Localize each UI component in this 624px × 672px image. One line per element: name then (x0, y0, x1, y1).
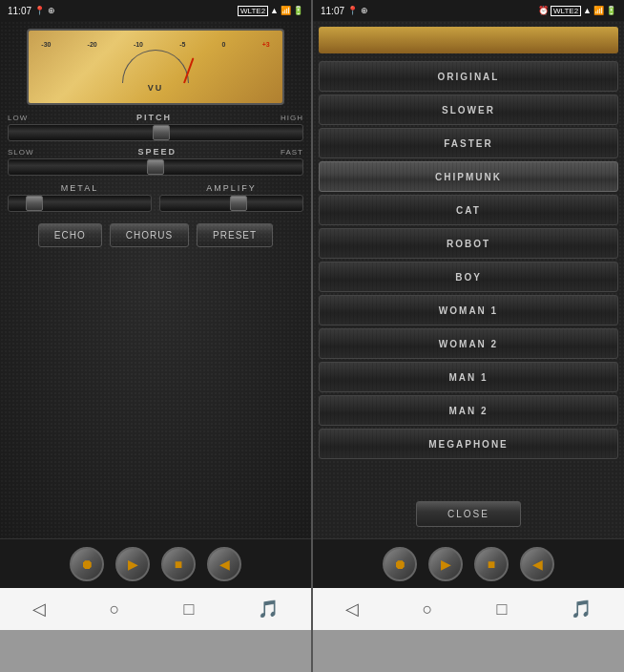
preset-item-robot[interactable]: ROBOT (319, 228, 618, 259)
carrier-icon-right: WLTE2 (551, 6, 581, 16)
speed-slider-row: SLOW SPEED FAST (8, 147, 303, 176)
close-button[interactable]: CLOSE (416, 501, 521, 527)
metal-slider-thumb[interactable] (26, 196, 43, 211)
wifi-icon: 📶 (281, 6, 291, 15)
metal-slider-item: METAL (8, 183, 152, 212)
vu-scale-0: 0 (222, 41, 226, 48)
status-bar-left: 11:07 📍 ⊕ WLTE2 ▲ 📶 🔋 (0, 0, 311, 21)
time-right: 11:07 (321, 6, 344, 16)
stop-button[interactable]: ■ (161, 547, 196, 581)
pitch-slider-track[interactable] (8, 124, 303, 141)
instagram-icon: ⊕ (48, 6, 55, 15)
menu-nav-left[interactable]: 🎵 (258, 598, 279, 620)
preset-item-label: MEGAPHONE (428, 439, 509, 450)
preset-item-megaphone[interactable]: MEGAPHONE (319, 429, 618, 459)
vu-scale-10: -10 (134, 41, 143, 48)
speed-fast-label: FAST (281, 148, 303, 157)
back-nav-right[interactable]: ◁ (345, 598, 359, 620)
record-button[interactable]: ⏺ (70, 547, 104, 581)
pitch-slider-row: LOW PITCH HIGH (8, 113, 303, 141)
preset-item-man-2[interactable]: MAN 2 (319, 395, 618, 426)
metal-label: METAL (8, 183, 152, 193)
preset-item-man-1[interactable]: MAN 1 (319, 362, 618, 392)
nav-bar-left: ◁ ○ □ 🎵 (0, 588, 311, 630)
preset-item-label: MAN 1 (448, 372, 488, 383)
close-button-row: CLOSE (319, 495, 618, 533)
preset-item-faster[interactable]: FASTER (319, 128, 618, 158)
left-phone: 11:07 📍 ⊕ WLTE2 ▲ 📶 🔋 -30 -20 -10 (0, 0, 311, 630)
vu-meter: -30 -20 -10 -5 0 +3 VU (27, 29, 284, 105)
menu-nav-right[interactable]: 🎵 (571, 598, 592, 620)
signal-icon-right: ▲ (583, 6, 592, 15)
back-nav-left[interactable]: ◁ (32, 598, 46, 620)
pitch-low-label: LOW (8, 114, 28, 122)
preset-item-label: CHIPMUNK (435, 172, 502, 182)
pitch-high-label: HIGH (281, 114, 303, 122)
echo-button[interactable]: ECHO (38, 223, 102, 247)
wifi-icon-right: 📶 (593, 6, 604, 15)
preset-item-label: ORIGINAL (438, 72, 500, 82)
preset-item-label: SLOWER (442, 105, 495, 116)
nav-bar-right: ◁ ○ □ 🎵 (313, 588, 624, 630)
amplify-slider-track[interactable] (159, 195, 303, 212)
share-button-right[interactable]: ◀ (520, 547, 554, 581)
preset-item-boy[interactable]: BOY (319, 262, 618, 292)
preset-item-label: WOMAN 1 (439, 305, 498, 316)
preset-item-label: ROBOT (447, 239, 490, 249)
home-nav-right[interactable]: ○ (423, 599, 433, 620)
speed-slider-track[interactable] (8, 158, 303, 176)
share-button[interactable]: ◀ (207, 547, 241, 581)
preset-list-content: ORIGINALSLOWERFASTERCHIPMUNKCATROBOTBOYW… (313, 21, 624, 538)
amplify-label: AMPLIFY (159, 183, 303, 193)
status-bar-right: 11:07 📍 ⊕ ⏰ WLTE2 ▲ 📶 🔋 (313, 0, 624, 21)
preset-header-bar (319, 27, 618, 53)
pitch-label: PITCH (136, 113, 172, 122)
preset-item-label: CAT (456, 205, 481, 216)
speed-slow-label: SLOW (8, 148, 34, 157)
play-button-right[interactable]: ▶ (428, 547, 463, 581)
preset-item-slower[interactable]: SLOWER (319, 94, 618, 125)
preset-list: ORIGINALSLOWERFASTERCHIPMUNKCATROBOTBOYW… (319, 61, 618, 492)
speed-label: SPEED (138, 147, 177, 157)
carrier-icon: WLTE2 (238, 6, 268, 16)
location-icon: 📍 (34, 6, 45, 15)
right-phone: 11:07 📍 ⊕ ⏰ WLTE2 ▲ 📶 🔋 ORIGINALSLOWERFA… (313, 0, 624, 630)
record-button-right[interactable]: ⏺ (383, 547, 417, 581)
pitch-labels: LOW PITCH HIGH (8, 113, 303, 122)
stop-button-right[interactable]: ■ (474, 547, 509, 581)
preset-item-woman-1[interactable]: WOMAN 1 (319, 295, 618, 326)
preset-item-label: MAN 2 (448, 406, 488, 416)
pitch-section: LOW PITCH HIGH SLOW SPEED FAST (8, 113, 303, 176)
chorus-button[interactable]: CHORUS (110, 223, 189, 247)
speed-labels: SLOW SPEED FAST (8, 147, 303, 157)
alarm-icon-right: ⏰ (538, 6, 549, 15)
signal-icon: ▲ (270, 6, 279, 15)
double-slider-row: METAL AMPLIFY (8, 183, 303, 212)
bottom-bar-right: ⏺ ▶ ■ ◀ (313, 538, 624, 588)
preset-item-original[interactable]: ORIGINAL (319, 61, 618, 92)
pitch-slider-thumb[interactable] (153, 125, 170, 140)
recent-nav-right[interactable]: □ (497, 599, 508, 620)
vu-scale-3: +3 (262, 41, 270, 48)
vu-label: VU (148, 83, 164, 93)
battery-icon: 🔋 (293, 6, 303, 15)
vu-scale-30: -30 (41, 41, 51, 48)
recent-nav-left[interactable]: □ (184, 599, 195, 620)
preset-item-label: WOMAN 2 (439, 339, 498, 349)
vu-arc (122, 50, 189, 83)
preset-item-woman-2[interactable]: WOMAN 2 (319, 328, 618, 359)
battery-icon-right: 🔋 (606, 6, 616, 15)
left-main-content: -30 -20 -10 -5 0 +3 VU (0, 21, 311, 538)
play-button[interactable]: ▶ (115, 547, 150, 581)
preset-button[interactable]: PRESET (197, 223, 273, 247)
effect-buttons-row: ECHO CHORUS PRESET (8, 223, 303, 247)
preset-item-chipmunk[interactable]: CHIPMUNK (319, 161, 618, 192)
vu-scale-5: -5 (179, 41, 185, 48)
metal-slider-track[interactable] (8, 195, 152, 212)
speed-slider-thumb[interactable] (147, 159, 164, 175)
home-nav-left[interactable]: ○ (110, 599, 120, 620)
instagram-icon-right: ⊕ (361, 6, 368, 15)
time-left: 11:07 (8, 6, 31, 16)
preset-item-cat[interactable]: CAT (319, 195, 618, 225)
amplify-slider-thumb[interactable] (230, 196, 247, 211)
